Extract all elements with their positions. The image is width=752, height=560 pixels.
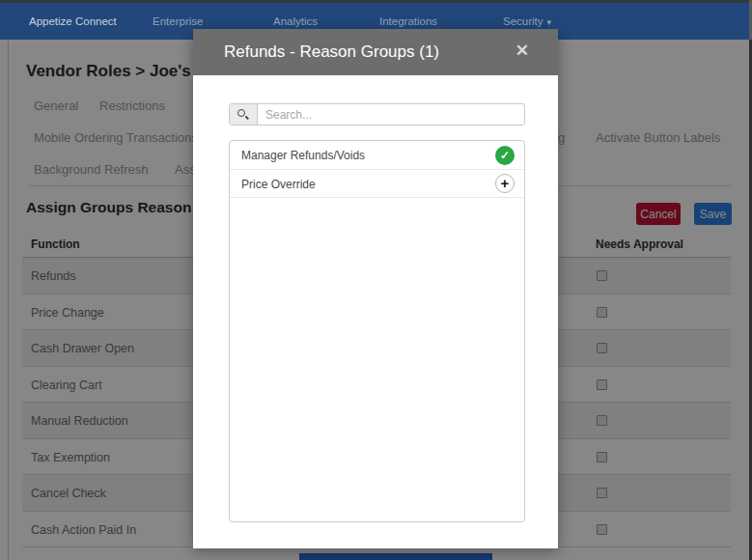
- list-item-label: Manager Refunds/Voids: [241, 149, 365, 162]
- search-input[interactable]: [258, 104, 524, 125]
- search-addon: [230, 104, 258, 125]
- modal-header: Refunds - Reason Groups (1) ✕: [193, 29, 558, 75]
- added-check-icon[interactable]: ✓: [495, 146, 515, 165]
- chevron-down-icon: ▾: [547, 17, 552, 27]
- nav-brand-appetize-connect[interactable]: Appetize Connect: [29, 3, 117, 40]
- app-window: Appetize Connect Enterprise Analytics In…: [0, 0, 752, 560]
- reason-groups-list: Manager Refunds/Voids ✓ Price Override +: [229, 140, 525, 522]
- close-icon[interactable]: ✕: [515, 41, 529, 62]
- reason-groups-modal: Refunds - Reason Groups (1) ✕ Manager Re…: [193, 29, 558, 548]
- add-plus-icon[interactable]: +: [495, 174, 515, 193]
- search-bar: [229, 103, 525, 126]
- list-item-label: Price Override: [241, 178, 316, 191]
- search-icon: [237, 109, 245, 117]
- list-item-price-override[interactable]: Price Override +: [230, 170, 524, 199]
- nav-item-security-label: Security: [503, 15, 543, 27]
- modal-title: Refunds - Reason Groups (1): [224, 42, 439, 62]
- list-item-manager-refunds-voids[interactable]: Manager Refunds/Voids ✓: [230, 141, 524, 170]
